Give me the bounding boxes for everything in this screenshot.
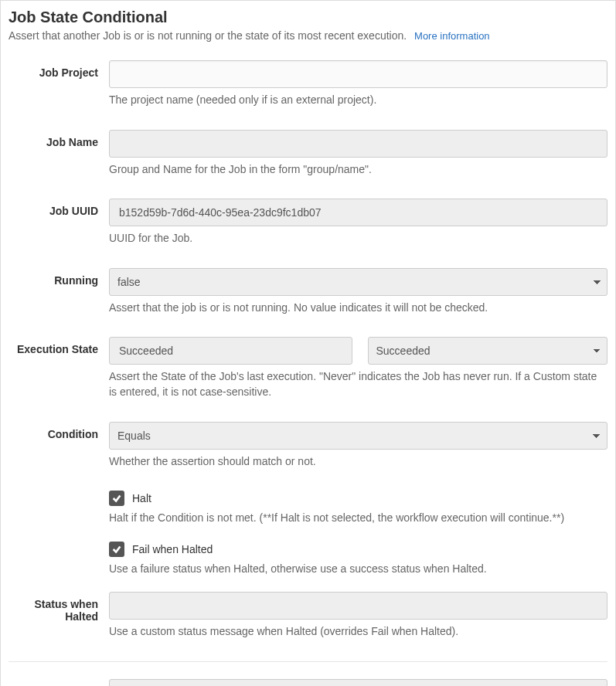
- job-name-input[interactable]: [109, 130, 607, 158]
- status-when-halted-help: Use a custom status message when Halted …: [109, 624, 607, 640]
- condition-help: Whether the assertion should match or no…: [109, 454, 607, 470]
- job-project-input[interactable]: [109, 60, 607, 88]
- running-select[interactable]: false: [109, 268, 607, 296]
- job-project-label: Job Project: [9, 60, 109, 108]
- execution-state-input[interactable]: [109, 337, 352, 365]
- job-uuid-help: UUID for the Job.: [109, 231, 607, 246]
- panel-description: Assert that another Job is or is not run…: [9, 29, 607, 42]
- condition-select[interactable]: Equals: [109, 422, 607, 450]
- divider: [9, 661, 607, 662]
- halt-label: Halt: [132, 492, 151, 504]
- job-project-help: The project name (needed only if is an e…: [109, 93, 607, 108]
- panel-desc-text: Assert that another Job is or is not run…: [9, 29, 407, 42]
- halt-help: Halt if the Condition is not met. (**If …: [109, 511, 607, 526]
- check-icon: [111, 493, 122, 504]
- step-label-input[interactable]: [109, 679, 607, 686]
- step-label-label: Step Label: [9, 679, 109, 686]
- job-uuid-label: Job UUID: [9, 199, 109, 246]
- running-help: Assert that the job is or is not running…: [109, 301, 607, 316]
- status-when-halted-label: Status when Halted: [9, 592, 109, 640]
- status-when-halted-input[interactable]: [109, 592, 607, 620]
- job-name-help: Group and Name for the Job in the form "…: [109, 162, 607, 178]
- more-info-link[interactable]: More information: [414, 30, 490, 42]
- job-state-conditional-panel: Job State Conditional Assert that anothe…: [0, 0, 616, 686]
- execution-state-label: Execution State: [9, 337, 109, 399]
- job-uuid-input[interactable]: [109, 199, 607, 226]
- halt-checkbox[interactable]: [109, 491, 124, 506]
- fail-when-halted-checkbox[interactable]: [109, 542, 124, 557]
- fail-when-halted-label: Fail when Halted: [132, 543, 213, 555]
- condition-label: Condition: [9, 422, 109, 470]
- check-icon: [111, 544, 122, 555]
- running-label: Running: [9, 268, 109, 316]
- execution-state-select[interactable]: Succeeded: [368, 337, 608, 365]
- panel-title: Job State Conditional: [9, 8, 607, 26]
- job-name-label: Job Name: [9, 130, 109, 178]
- execution-state-help: Assert the State of the Job's last execu…: [109, 369, 607, 399]
- fail-when-halted-help: Use a failure status when Halted, otherw…: [109, 562, 607, 577]
